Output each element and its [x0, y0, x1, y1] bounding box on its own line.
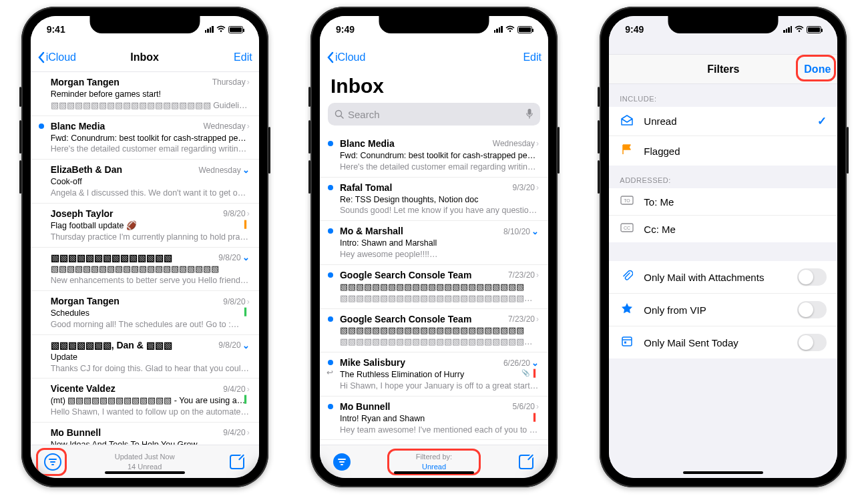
search-icon — [335, 109, 344, 119]
filter-flagged[interactable]: Flagged — [609, 136, 837, 166]
date: Wednesday › — [493, 138, 539, 149]
mail-row[interactable]: Morgan Tangen 9/8/20 › Schedules Good mo… — [31, 291, 259, 335]
date: 8/10/20 ⌄ — [503, 226, 539, 238]
filter-unread[interactable]: Unread ✓ — [609, 107, 837, 136]
subject: Fwd: Conundrum: best toolkit for cash-st… — [51, 133, 250, 144]
date: 7/23/20 › — [508, 314, 539, 324]
mail-row[interactable]: ElizaBeth & Dan Wednesday ⌄ Cook-off Ang… — [31, 160, 259, 204]
toggle[interactable] — [797, 301, 827, 318]
subject: Update — [51, 352, 250, 363]
clock: 9:49 — [336, 24, 355, 35]
reply-icon: ↩︎ — [327, 367, 333, 378]
wifi-icon — [216, 25, 226, 34]
mail-row[interactable]: Mo Bunnell 9/4/20 › New Ideas And Tools … — [31, 423, 259, 445]
mail-row[interactable]: Mo & Marshall 8/10/20 ⌄ Intro: Shawn and… — [320, 221, 548, 265]
large-title: Inbox — [320, 72, 548, 103]
nav-bar: Filters Done — [609, 55, 837, 84]
svg-rect-7 — [622, 337, 632, 346]
mic-icon[interactable] — [525, 108, 533, 121]
wifi-icon — [795, 25, 804, 34]
phone-2: 9:49 iCloud Edit Inbox Search — [310, 7, 558, 487]
mail-row[interactable]: Google Search Console Team 7/23/20 › ▧▧▧… — [320, 309, 548, 353]
subject: ▧▧▧▧▧▧▧▧▧▧▧▧▧▧▧▧▧▧▧▧▧▧▧ — [340, 325, 539, 336]
filter-attachments[interactable]: Only Mail with Attachments — [609, 261, 837, 294]
thread-icon: ⌄ — [531, 357, 539, 369]
edit-button[interactable]: Edit — [234, 51, 252, 63]
mail-row[interactable]: Joseph Taylor 9/8/20 › Flag football upd… — [31, 204, 259, 248]
svg-text:TO: TO — [624, 198, 631, 203]
toggle[interactable] — [797, 334, 827, 351]
toggle[interactable] — [797, 268, 827, 286]
unread-dot — [328, 316, 333, 322]
mail-open-icon — [620, 115, 634, 128]
chevron-left-icon — [327, 51, 334, 63]
sender: Vicente Valdez — [51, 383, 116, 395]
mail-row[interactable]: Blanc Media Wednesday › Fwd: Conundrum: … — [31, 116, 259, 160]
sender: Blanc Media — [51, 120, 105, 133]
mail-row[interactable]: ▧▧▧▧▧▧▧, Dan & ▧▧▧ 9/8/20 ⌄ Update Thank… — [31, 335, 259, 379]
unread-dot — [328, 185, 333, 190]
preview: Hi Shawn, I hope your January is off to … — [340, 381, 539, 392]
home-indicator[interactable] — [105, 471, 185, 474]
calendar-icon — [620, 335, 634, 350]
preview: Thursday practice I'm currently planning… — [51, 232, 250, 243]
preview: New enhancements to better serve you Hel… — [51, 275, 250, 286]
clock: 9:41 — [47, 24, 65, 35]
unread-dot — [328, 404, 333, 409]
mail-list[interactable]: Blanc Media Wednesday › Fwd: Conundrum: … — [320, 134, 548, 445]
svg-text:CC: CC — [624, 226, 630, 230]
battery-icon — [807, 26, 821, 33]
filter-to-me[interactable]: TO To: Me — [609, 188, 837, 216]
toolbar-count: 14 Unread — [31, 462, 259, 471]
mail-row[interactable]: Vicente Valdez 9/4/20 › (mt) ▧▧▧▧▧▧▧▧▧▧▧… — [31, 379, 259, 423]
chevron-right-icon: › — [247, 384, 250, 395]
filter-today[interactable]: Only Mail Sent Today — [609, 326, 837, 358]
subject: ▧▧▧▧▧▧▧▧▧▧▧▧▧▧▧▧▧▧▧▧▧▧▧ — [340, 282, 539, 293]
back-button[interactable]: iCloud — [327, 51, 365, 63]
preview: Here's the detailed customer email regar… — [51, 144, 250, 155]
subject: Flag football update 🏈 — [51, 220, 250, 232]
subject: Intro: Shawn and Marshall — [340, 238, 539, 249]
mail-row[interactable]: Mo Bunnell 5/6/20 › Intro! Ryan and Shaw… — [320, 397, 548, 441]
subject: Schedules — [51, 308, 250, 319]
chevron-right-icon: › — [247, 77, 250, 87]
home-indicator[interactable] — [394, 471, 474, 474]
mail-list[interactable]: Morgan Tangen Thursday › Reminder before… — [31, 72, 259, 445]
preview: Hey awesome people!!!!… — [340, 249, 539, 260]
unread-dot — [328, 360, 333, 365]
flag-icon — [620, 144, 634, 158]
sender: Morgan Tangen — [51, 76, 120, 89]
subject: (mt) ▧▧▧▧▧▧▧▧▧▧▧▧▧ - You are using a… — [51, 395, 250, 407]
date: Thursday › — [212, 77, 250, 87]
filter-cc-me[interactable]: CC Cc: Me — [609, 216, 837, 242]
svg-point-0 — [335, 111, 341, 117]
subject: The Ruthless Elimination of Hurry — [340, 369, 539, 381]
filter-vip[interactable]: Only from VIP — [609, 294, 837, 326]
sender: Mo & Marshall — [340, 225, 403, 238]
mail-row[interactable]: ▧▧▧▧▧▧▧▧▧▧▧▧▧▧ 9/8/20 ⌄ ▧▧▧▧▧▧▧▧▧▧▧▧▧▧▧▧… — [31, 248, 259, 292]
thread-icon: ⌄ — [242, 164, 250, 176]
mail-row[interactable]: Google Search Console Team 7/23/20 › ▧▧▧… — [320, 265, 548, 309]
search-input[interactable]: Search — [328, 103, 540, 126]
checkmark-icon: ✓ — [817, 114, 827, 128]
sender: Google Search Console Team — [340, 269, 471, 282]
unread-dot — [328, 141, 333, 146]
preview: Thanks CJ for doing this. Glad to hear t… — [51, 363, 250, 375]
page-title: Filters — [609, 63, 837, 75]
edit-button[interactable]: Edit — [523, 51, 541, 63]
unread-dot — [328, 228, 333, 234]
sender: Mo Bunnell — [51, 427, 101, 439]
paperclip-icon — [620, 270, 634, 284]
mail-row[interactable]: ↩︎ Mike Salisbury 6/26/20 ⌄ The Ruthless… — [320, 352, 548, 397]
flag-indicator: ▍ — [533, 368, 539, 379]
date: 9/8/20 ⌄ — [218, 340, 249, 352]
mail-row[interactable]: Blanc Media Wednesday › Fwd: Conundrum: … — [320, 134, 548, 178]
date: Wednesday › — [204, 121, 250, 132]
sender: Mike Salisbury — [340, 356, 405, 369]
filter-status[interactable]: Filtered by: Unread — [320, 452, 548, 471]
mail-row[interactable]: Rafal Tomal 9/3/20 › Re: TSS Design thou… — [320, 178, 548, 222]
done-button[interactable]: Done — [804, 63, 831, 75]
mail-row[interactable]: Morgan Tangen Thursday › Reminder before… — [31, 72, 259, 116]
home-indicator[interactable] — [683, 471, 763, 474]
date: Wednesday ⌄ — [199, 164, 250, 176]
